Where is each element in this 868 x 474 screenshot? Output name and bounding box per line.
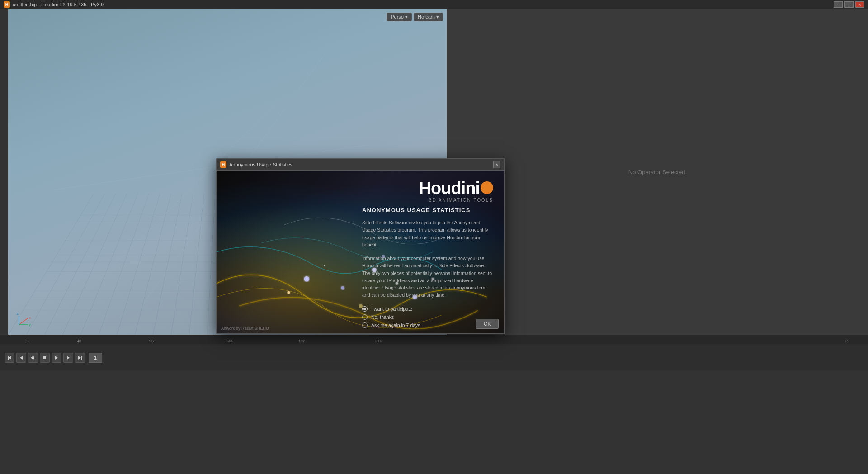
persp-button[interactable]: Persp ▾ — [387, 13, 412, 21]
stop-icon — [42, 355, 47, 360]
go-start-button[interactable] — [5, 353, 14, 363]
timeline-mark: 1 — [27, 339, 29, 343]
houdini-brand-sub: 3D ANIMATION TOOLS — [419, 198, 493, 203]
go-end-icon — [77, 355, 83, 360]
play-back-button[interactable] — [28, 353, 38, 363]
modal-content-area: ANONYMOUS USAGE STATISTICS Side Effects … — [362, 207, 493, 333]
svg-marker-19 — [78, 356, 81, 360]
radio-participate-label: I want to participate — [371, 306, 412, 312]
artwork-credit: Artwork by Rezart SHEHU — [221, 326, 269, 331]
svg-rect-16 — [43, 356, 46, 359]
modal-title-left: H Anonymous Usage Statistics — [220, 161, 292, 168]
houdini-brand-logo-icon — [481, 181, 493, 194]
houdini-branding: Houdini 3D ANIMATION TOOLS — [419, 180, 493, 203]
stop-button[interactable] — [40, 353, 50, 363]
modal-houdini-icon: H — [220, 161, 226, 168]
frame-input[interactable] — [89, 353, 102, 363]
title-bar: H untitled.hip - Houdini FX 19.5.435 - P… — [0, 0, 868, 9]
status-bar — [0, 371, 868, 474]
timeline-mark: 2 — [845, 339, 848, 343]
modal-heading: ANONYMOUS USAGE STATISTICS — [362, 207, 493, 213]
go-start-icon — [7, 355, 12, 360]
svg-rect-20 — [81, 356, 82, 360]
maximize-button[interactable]: □ — [844, 1, 854, 8]
modal-dialog: H Anonymous Usage Statistics × — [216, 158, 505, 334]
svg-text:H: H — [5, 2, 9, 7]
timeline: 1 48 96 144 192 216 2 — [0, 335, 868, 371]
play-icon — [54, 355, 59, 360]
axis-svg: x y z — [14, 311, 33, 329]
svg-rect-12 — [8, 356, 9, 360]
houdini-app-icon: H — [4, 1, 10, 8]
timeline-mark: 216 — [375, 339, 382, 343]
step-back-button[interactable] — [16, 353, 26, 363]
radio-ask-later-label: Ask me again in 7 days — [371, 322, 420, 328]
radio-no-thanks-label: No, thanks — [371, 314, 394, 320]
no-operator-label: No Operator Selected. — [628, 169, 687, 175]
title-bar-left: H untitled.hip - Houdini FX 19.5.435 - P… — [4, 1, 104, 8]
timeline-mark: 144 — [226, 339, 233, 343]
timeline-mark: 48 — [77, 339, 81, 343]
svg-marker-11 — [9, 356, 11, 360]
modal-close-button[interactable]: × — [493, 161, 500, 168]
svg-marker-15 — [31, 356, 33, 360]
go-end-button[interactable] — [75, 353, 85, 363]
radio-no-thanks[interactable]: No, thanks — [362, 314, 493, 320]
modal-titlebar: H Anonymous Usage Statistics × — [217, 159, 504, 171]
title-bar-controls: − □ × — [834, 1, 864, 8]
timeline-mark: 192 — [298, 339, 305, 343]
no-cam-button[interactable]: No cam ▾ — [414, 13, 443, 21]
window-title: untitled.hip - Houdini FX 19.5.435 - Py3… — [13, 2, 104, 7]
svg-marker-13 — [20, 356, 23, 360]
radio-ask-later-circle[interactable] — [362, 322, 368, 328]
timeline-mark: 96 — [149, 339, 154, 343]
svg-marker-18 — [67, 356, 70, 360]
radio-no-thanks-circle[interactable] — [362, 314, 368, 320]
modal-title: Anonymous Usage Statistics — [229, 162, 292, 167]
svg-text:z: z — [17, 312, 19, 316]
modal-paragraph-1: Side Effects Software invites you to joi… — [362, 219, 493, 248]
modal-paragraph-2: Information about your computer system a… — [362, 255, 493, 299]
right-panel: No Operator Selected. — [447, 9, 868, 335]
radio-participate[interactable]: I want to participate — [362, 306, 493, 312]
play-button[interactable] — [52, 353, 61, 363]
axis-indicator: x y z — [14, 311, 33, 330]
svg-point-24 — [341, 286, 344, 290]
modal-image-area: Houdini 3D ANIMATION TOOLS ANONYMOUS USA… — [217, 171, 504, 333]
viewport-controls: Persp ▾ No cam ▾ — [387, 13, 443, 21]
svg-point-23 — [304, 276, 309, 282]
play-back-icon — [30, 355, 36, 360]
svg-text:x: x — [29, 316, 31, 320]
timeline-ruler: 1 48 96 144 192 216 2 — [0, 335, 868, 344]
close-window-button[interactable]: × — [855, 1, 864, 8]
step-back-icon — [19, 355, 24, 360]
left-panel — [0, 9, 8, 335]
ok-button[interactable]: OK — [476, 319, 499, 329]
step-forward-icon — [66, 355, 71, 360]
step-forward-button[interactable] — [63, 353, 73, 363]
minimize-button[interactable]: − — [834, 1, 843, 8]
svg-marker-17 — [55, 356, 58, 360]
svg-text:H: H — [222, 162, 225, 167]
radio-ask-later[interactable]: Ask me again in 7 days — [362, 322, 493, 328]
houdini-brand-name: Houdini — [419, 180, 493, 197]
svg-line-5 — [19, 318, 28, 325]
svg-text:y: y — [29, 322, 31, 327]
svg-point-26 — [288, 291, 290, 294]
timeline-controls — [0, 345, 868, 370]
radio-participate-circle[interactable] — [362, 306, 368, 312]
svg-point-31 — [324, 265, 326, 266]
